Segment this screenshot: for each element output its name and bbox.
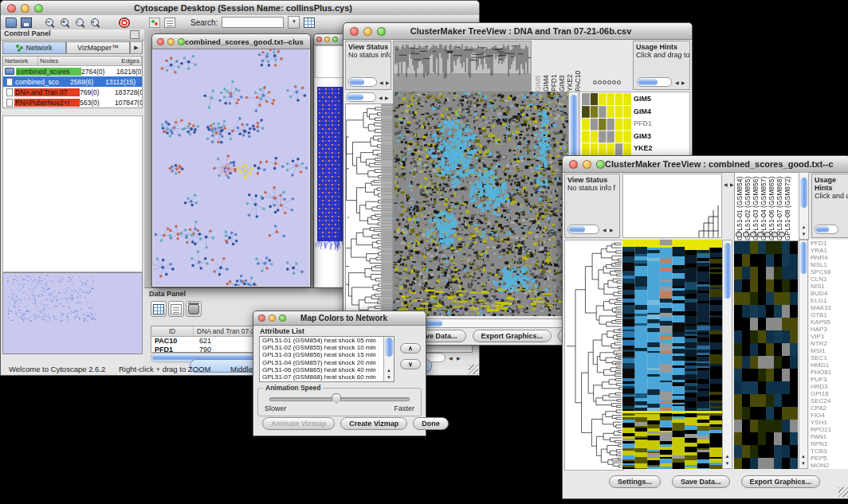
- dialog-button[interactable]: Create Vizmap: [340, 417, 407, 430]
- main-titlebar[interactable]: Cytoscape Desktop (Session Name: collins…: [1, 1, 479, 16]
- gene-label[interactable]: PHO81: [809, 369, 848, 376]
- gene-label[interactable]: YRA1: [809, 247, 848, 254]
- id-column-header[interactable]: ID: [151, 326, 194, 336]
- gene-label[interactable]: SEC1: [809, 354, 848, 361]
- tv1-heatmap[interactable]: [393, 92, 568, 316]
- gene-label[interactable]: VIP1: [809, 333, 848, 340]
- gene-label[interactable]: MSL1: [809, 261, 848, 268]
- minimize-icon[interactable]: [583, 160, 591, 169]
- search-dropdown-icon[interactable]: ▼: [288, 16, 300, 29]
- attribute-option[interactable]: GPL51-01 (GSM854) heat shock 05 min: [260, 337, 394, 344]
- minimize-icon[interactable]: [21, 4, 29, 13]
- resize-grip[interactable]: [469, 365, 478, 374]
- tv2-hints-scrollbar[interactable]: [815, 225, 838, 234]
- network-list-row[interactable]: RNAPuberNov2+I 563(0) 107847(0): [3, 97, 142, 107]
- treeview-button[interactable]: Export Graphics...: [741, 475, 821, 488]
- tv1-hints-scrollbar[interactable]: [637, 77, 672, 87]
- row-label[interactable]: YKE2: [634, 143, 656, 155]
- move-down-button[interactable]: ∨: [400, 359, 421, 369]
- network-list-row[interactable]: DNA and Tran 07 769(0) 183728(0): [3, 87, 142, 97]
- tv2-heatmap-vscrollbar[interactable]: ▲▼: [722, 240, 732, 469]
- delete-attribute-button[interactable]: [186, 301, 202, 317]
- dense-network-view[interactable]: [315, 45, 345, 287]
- search-input[interactable]: [222, 17, 284, 28]
- gene-label[interactable]: RPN1: [809, 440, 848, 447]
- vizmapper-icon[interactable]: [149, 18, 160, 28]
- gene-label[interactable]: GTB1: [809, 311, 848, 318]
- network-overview-panel[interactable]: [2, 272, 143, 354]
- tv2-labels-vscrollbar[interactable]: ▲▼: [799, 172, 809, 240]
- gene-label[interactable]: HAP3: [809, 326, 848, 333]
- tv1-row-dendrogram[interactable]: [345, 104, 393, 318]
- close-icon[interactable]: [7, 4, 16, 13]
- gene-label[interactable]: HMG1: [809, 361, 848, 369]
- gene-label[interactable]: NIS1: [809, 283, 848, 290]
- gene-label[interactable]: FIG4: [809, 412, 848, 419]
- gene-label[interactable]: PFD1: [809, 240, 848, 247]
- gene-label[interactable]: KAP95: [809, 318, 848, 326]
- move-up-button[interactable]: ∧: [400, 343, 421, 354]
- zoom-window-icon[interactable]: [377, 27, 386, 36]
- attribute-select-button[interactable]: [151, 301, 167, 317]
- gene-label[interactable]: ELG1: [809, 297, 848, 304]
- zoom-window-icon[interactable]: [279, 315, 286, 322]
- zoom-window-icon[interactable]: [332, 37, 338, 42]
- tv2-zoom-heatmap[interactable]: [734, 241, 798, 469]
- gene-label[interactable]: SPC98: [809, 268, 848, 275]
- new-attribute-button[interactable]: [168, 301, 184, 317]
- attribute-option[interactable]: GPL51-03 (GSM856) heat shock 15 min: [260, 351, 394, 358]
- dialog-button[interactable]: Done: [413, 417, 449, 430]
- column-label[interactable]: GIM4: [541, 39, 549, 92]
- network-canvas[interactable]: [153, 49, 309, 286]
- zoom-window-icon[interactable]: [34, 4, 43, 13]
- network-list-row[interactable]: combined_sco 2569(6) 13112(15): [3, 76, 142, 87]
- column-label[interactable]: PFD1: [549, 39, 557, 92]
- gene-label[interactable]: YSH1: [809, 419, 848, 426]
- attribute-option[interactable]: GPL51-02 (GSM855) heat shock 10 min: [260, 344, 394, 351]
- treeview2-titlebar[interactable]: ClusterMaker TreeView : combined_scores_…: [563, 156, 848, 173]
- zoom-in-icon[interactable]: [60, 18, 71, 28]
- close-icon[interactable]: [350, 27, 359, 36]
- gene-label[interactable]: PEP5: [809, 455, 848, 462]
- attribute-option[interactable]: GPL51-06 (GSM865) heat shock 40 min: [260, 366, 394, 373]
- column-header[interactable]: Nodes: [38, 57, 120, 65]
- close-icon[interactable]: [157, 38, 164, 45]
- float-panel-icon[interactable]: [130, 30, 139, 39]
- zoom-window-icon[interactable]: [596, 160, 605, 169]
- tv1-dendro-scrollbar[interactable]: [346, 92, 376, 102]
- treeview-button[interactable]: Export Graphics...: [473, 330, 552, 342]
- gene-label[interactable]: NTR2: [809, 340, 848, 347]
- column-label[interactable]: GPL51-04 (GSM857): [759, 173, 767, 240]
- column-header[interactable]: Network: [3, 57, 38, 65]
- column-label[interactable]: GPL51-01 (GSM854): [735, 173, 743, 240]
- gene-label[interactable]: CPA2: [809, 404, 848, 412]
- zoom-fit-icon[interactable]: [90, 18, 101, 28]
- gene-label[interactable]: RNR4: [809, 254, 848, 261]
- minimize-icon[interactable]: [324, 37, 330, 42]
- gene-label[interactable]: GPI16: [809, 390, 848, 397]
- gene-label[interactable]: PAN1: [809, 433, 848, 440]
- treeview-button[interactable]: Save Data...: [672, 475, 730, 488]
- tv2-column-dendrogram[interactable]: [696, 191, 720, 237]
- minimize-icon[interactable]: [363, 27, 372, 36]
- listbox-vscrollbar[interactable]: ▲▼: [383, 337, 394, 381]
- network-list-row[interactable]: combined_scores 2764(0) 16218(0): [3, 66, 142, 76]
- speed-slider-thumb[interactable]: [332, 393, 341, 404]
- gene-label[interactable]: MSI1: [809, 347, 848, 354]
- gene-label[interactable]: MON2: [809, 462, 848, 469]
- tab-vizmapper[interactable]: VizMapper™: [66, 41, 130, 54]
- dialog-button[interactable]: Animate Vizmap: [262, 417, 335, 430]
- gene-label[interactable]: PUF3: [809, 376, 848, 383]
- gene-label[interactable]: HRD3: [809, 383, 848, 390]
- column-label[interactable]: YKE2: [565, 39, 573, 92]
- zoom-selected-icon[interactable]: [75, 18, 86, 28]
- treeview1-titlebar[interactable]: ClusterMaker TreeView : DNA and Tran 07-…: [344, 23, 692, 40]
- attribute-option[interactable]: GPL51-04 (GSM857) heat shock 20 min: [260, 359, 394, 366]
- minimize-icon[interactable]: [269, 315, 276, 322]
- row-label[interactable]: PFD1: [634, 118, 656, 131]
- save-session-icon[interactable]: [21, 18, 32, 28]
- column-label[interactable]: GPL51-03 (GSM856): [751, 173, 759, 240]
- tab-network[interactable]: Network: [2, 41, 66, 54]
- gene-label[interactable]: TCB3: [809, 447, 848, 455]
- tv2-heatmap[interactable]: [622, 240, 722, 469]
